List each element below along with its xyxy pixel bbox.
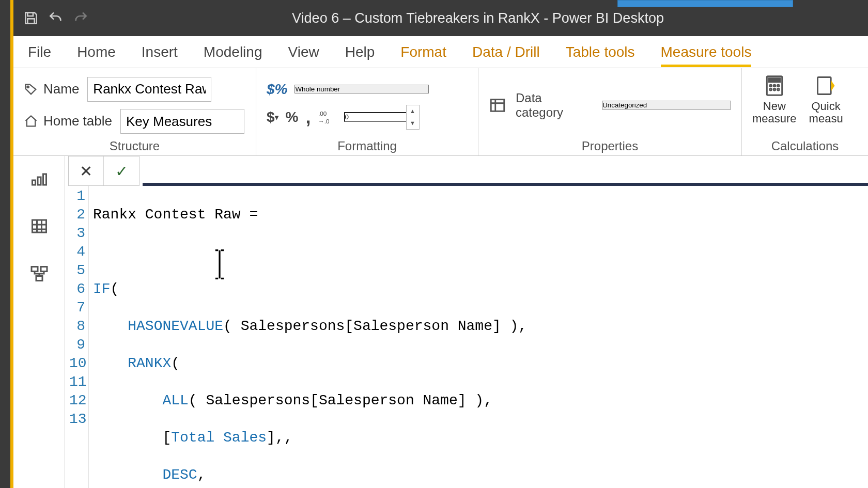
home-icon — [24, 114, 38, 129]
tab-insert[interactable]: Insert — [142, 38, 178, 67]
name-label: Name — [24, 81, 79, 97]
code-body[interactable]: Rankx Contest Raw = IF( HASONEVALUE( Sal… — [89, 186, 531, 488]
formula-editor[interactable]: 1 2 3 4 5 6 7 8 9 10 11 12 13 Rankx Cont… — [68, 186, 868, 488]
category-label: Data category — [516, 91, 593, 120]
svg-rect-19 — [32, 267, 38, 272]
svg-point-9 — [773, 85, 776, 87]
tab-view[interactable]: View — [288, 38, 319, 67]
properties-group-label: Properties — [489, 137, 731, 153]
currency-button[interactable]: $ ▾ — [267, 109, 278, 125]
svg-rect-21 — [36, 276, 42, 281]
svg-point-2 — [27, 86, 29, 88]
svg-point-11 — [770, 89, 772, 91]
format-prefix-icon: $% — [267, 81, 287, 98]
tab-file[interactable]: File — [28, 38, 51, 67]
structure-group-label: Structure — [24, 137, 245, 153]
svg-point-10 — [777, 85, 779, 87]
tab-datadrill[interactable]: Data / Drill — [472, 38, 540, 67]
svg-point-13 — [777, 89, 779, 91]
tab-measuretools[interactable]: Measure tools — [661, 38, 752, 67]
formula-commit-buttons: ✕ ✓ — [68, 156, 140, 186]
svg-rect-5 — [491, 99, 504, 111]
calculations-group-label: Calculations — [752, 137, 858, 153]
nav-rail — [13, 156, 65, 488]
svg-rect-1 — [27, 19, 34, 23]
save-icon[interactable] — [19, 6, 43, 30]
tag-icon — [24, 82, 38, 97]
data-view-icon[interactable] — [27, 215, 52, 238]
tab-format[interactable]: Format — [400, 38, 446, 67]
group-structure: Name Home table Key Measures Structure — [13, 68, 256, 155]
decimals-input[interactable] — [344, 112, 406, 122]
editor-area: ✕ ✓ 1 2 3 4 5 6 7 8 9 10 11 — [13, 156, 868, 488]
svg-text:.00: .00 — [318, 110, 327, 117]
format-select[interactable]: Whole number — [295, 85, 429, 93]
calculator-icon — [762, 74, 787, 97]
commit-button[interactable]: ✓ — [104, 156, 139, 185]
ribbon-body: Name Home table Key Measures Structure — [13, 68, 868, 156]
tab-help[interactable]: Help — [345, 38, 375, 67]
decimal-icon: .00→.0 — [318, 109, 337, 125]
category-select[interactable]: Uncategorized — [602, 101, 731, 109]
percent-button[interactable]: % — [286, 109, 299, 125]
signin-tab[interactable] — [617, 0, 793, 7]
ribbon-tabs: File Home Insert Modeling View Help Form… — [13, 36, 868, 68]
svg-point-12 — [773, 89, 776, 91]
svg-rect-0 — [27, 12, 33, 16]
report-view-icon[interactable] — [27, 167, 52, 190]
svg-rect-15 — [32, 180, 35, 185]
title-bar: Video 6 – Custom Tiebreakers in RankX - … — [13, 0, 868, 36]
group-calculations: New measure Quick measu Calculations — [742, 68, 868, 155]
name-input[interactable] — [87, 77, 211, 102]
line-gutter: 1 2 3 4 5 6 7 8 9 10 11 12 13 — [68, 186, 89, 488]
svg-rect-16 — [38, 177, 41, 185]
undo-icon[interactable] — [43, 6, 68, 30]
tab-modeling[interactable]: Modeling — [204, 38, 262, 67]
formatting-group-label: Formatting — [267, 137, 468, 153]
cancel-button[interactable]: ✕ — [69, 156, 104, 185]
svg-rect-7 — [769, 78, 780, 82]
tab-home[interactable]: Home — [77, 38, 116, 67]
svg-rect-20 — [41, 267, 47, 272]
group-properties: Data category Uncategorized Properties — [478, 68, 742, 155]
quick-icon — [814, 74, 839, 97]
quick-measure-button[interactable]: Quick measu — [809, 73, 843, 125]
svg-rect-17 — [43, 174, 46, 185]
svg-rect-18 — [32, 220, 46, 232]
group-formatting: $% Whole number $ ▾ % , .00→.0 ▲▼ — [256, 68, 478, 155]
svg-rect-14 — [817, 77, 831, 95]
redo-icon[interactable] — [68, 6, 93, 30]
thousands-button[interactable]: , — [305, 106, 311, 128]
category-icon — [489, 97, 506, 114]
model-view-icon[interactable] — [27, 262, 52, 285]
svg-text:→.0: →.0 — [318, 117, 330, 124]
precision-button[interactable]: .00→.0 — [318, 109, 337, 125]
decimals-spinner[interactable]: ▲▼ — [406, 105, 420, 130]
home-table-select[interactable]: Key Measures — [120, 109, 244, 134]
svg-point-8 — [770, 85, 772, 87]
home-table-label: Home table — [24, 113, 112, 129]
new-measure-button[interactable]: New measure — [752, 73, 797, 125]
tab-tabletools[interactable]: Table tools — [566, 38, 635, 67]
window-title: Video 6 – Custom Tiebreakers in RankX - … — [93, 10, 863, 26]
